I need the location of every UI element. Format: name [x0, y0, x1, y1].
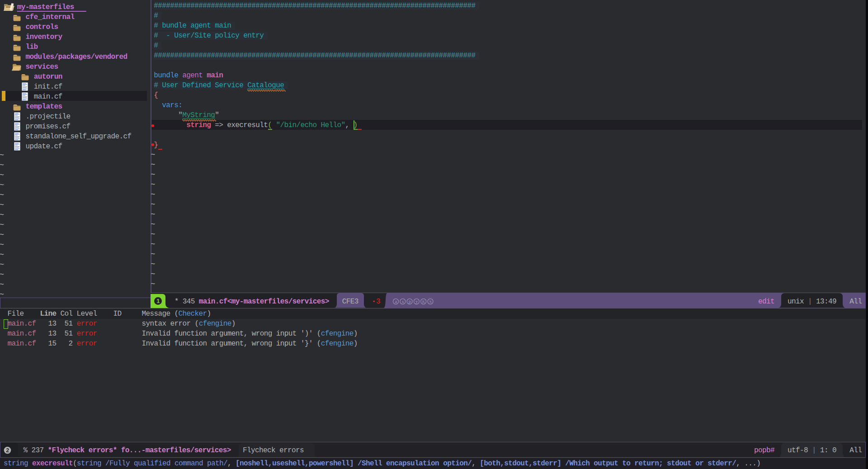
svg-text:S: S: [429, 299, 432, 303]
svg-text:K: K: [422, 299, 425, 303]
svg-text:2: 2: [6, 447, 9, 453]
svg-text:p: p: [409, 298, 411, 304]
svg-text:1: 1: [156, 298, 160, 304]
svg-text:y: y: [415, 298, 418, 304]
svg-text:a: a: [395, 298, 397, 304]
svg-text:s: s: [402, 298, 404, 304]
